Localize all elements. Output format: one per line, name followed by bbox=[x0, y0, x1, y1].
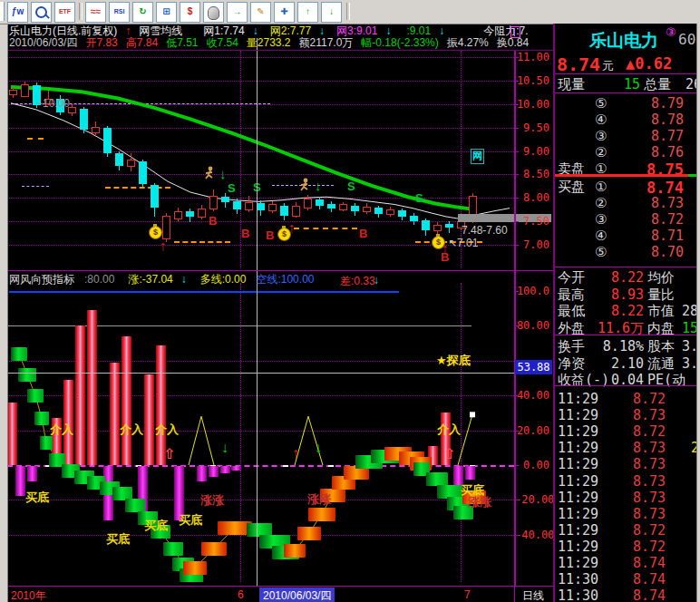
tick-row: 11:308.74 bbox=[555, 570, 698, 587]
ask-row[interactable]: ②8.76 bbox=[555, 143, 698, 160]
enter-icon[interactable]: → bbox=[227, 2, 248, 23]
header-segment: 振4.27% bbox=[447, 36, 489, 49]
sell-arrow-icon: ↓ bbox=[315, 178, 322, 193]
down-arrow-icon: ↓ bbox=[315, 440, 322, 456]
crosshair-horizontal[interactable] bbox=[7, 373, 514, 374]
indicator-bar-up bbox=[144, 374, 154, 465]
tick-price: 8.74 bbox=[609, 571, 666, 587]
tick-time: 11:29 bbox=[558, 539, 598, 555]
header-segment: ↓ bbox=[319, 24, 325, 37]
up-arrow-icon: ↑ bbox=[292, 445, 299, 461]
candle bbox=[92, 127, 100, 133]
crosshair-vertical[interactable] bbox=[257, 38, 258, 586]
tick-price: 8.73 bbox=[609, 456, 666, 472]
zoom-icon[interactable] bbox=[31, 2, 52, 23]
candle bbox=[363, 207, 371, 212]
tick-time: 11:29 bbox=[558, 407, 598, 423]
stat-row: 净资2.10流通3. bbox=[555, 354, 698, 371]
crosshair-value-box: 53.88 bbox=[515, 360, 552, 374]
ask-row[interactable]: ④8.78 bbox=[555, 111, 698, 127]
stair-segment bbox=[201, 542, 227, 556]
candle bbox=[316, 199, 324, 205]
candle bbox=[245, 202, 253, 209]
axis-tick bbox=[514, 465, 519, 466]
indicator-axis-label: 80.00 bbox=[515, 319, 549, 332]
grid-icon[interactable]: ⊞ bbox=[156, 2, 177, 23]
magnifier-shape bbox=[35, 6, 47, 18]
bid-row[interactable]: ⑤8.70 bbox=[555, 243, 698, 259]
price-axis-label: 9.50 bbox=[515, 121, 549, 134]
wave-icon[interactable]: ≈≈ bbox=[85, 2, 106, 23]
stat-value: 8.22 bbox=[589, 269, 644, 286]
indicator-bar-up bbox=[122, 336, 131, 465]
main-toolbar: ƒwETF≈≈RSI↻⊞$→✎✚↑↓ bbox=[0, 0, 700, 24]
pencil-icon[interactable]: ✎ bbox=[250, 2, 271, 23]
candle bbox=[174, 211, 182, 219]
price-axis-label: 10.50 bbox=[515, 74, 549, 87]
rsi-icon[interactable]: RSI bbox=[109, 2, 130, 23]
indicator-bar-down bbox=[231, 466, 241, 471]
stock-name[interactable]: 乐山电力 bbox=[589, 29, 658, 53]
bid-row[interactable]: ②8.73 bbox=[555, 194, 698, 210]
stat-label: 净资 bbox=[558, 355, 585, 373]
header-segment: 网3:9.01 bbox=[336, 24, 377, 37]
value-up: 涨:-37.04 bbox=[128, 273, 172, 286]
price-axis-label: 7.50 bbox=[515, 215, 549, 228]
formula-icon[interactable]: ƒw bbox=[7, 2, 28, 23]
buy-signal-label: B bbox=[209, 214, 217, 228]
price-axis-label: 10.00 bbox=[515, 98, 549, 111]
order-price: 8.70 bbox=[627, 244, 684, 260]
arrow-down-icon[interactable]: ↓ bbox=[321, 2, 342, 23]
period-label[interactable]: 日线 bbox=[522, 588, 544, 602]
arrow-up-icon[interactable]: ↑ bbox=[297, 2, 318, 23]
price-axis-label: 8.50 bbox=[515, 168, 549, 180]
stat-value: 8.22 bbox=[589, 303, 644, 319]
rising-label: 涨涨 bbox=[307, 491, 331, 508]
indicator-bar-down bbox=[209, 466, 219, 477]
entry-signal-label: 介入 bbox=[50, 422, 73, 438]
tick-row: 11:298.72 bbox=[555, 521, 698, 538]
stair-segment bbox=[11, 347, 27, 361]
toolbar-separator bbox=[79, 3, 83, 20]
stock-pool-icon[interactable] bbox=[510, 26, 520, 38]
stair-segment bbox=[34, 412, 49, 425]
candle bbox=[151, 185, 159, 208]
order-price: 8.77 bbox=[627, 128, 684, 144]
candle bbox=[186, 211, 194, 217]
bid1-row[interactable]: 买盘①8.74 bbox=[555, 178, 698, 194]
bid-row[interactable]: ③8.72 bbox=[555, 210, 698, 227]
dollar-icon[interactable]: $ bbox=[180, 2, 200, 23]
buy-arrow-icon: ↑ bbox=[442, 240, 449, 256]
stair-segment bbox=[297, 527, 321, 540]
axis-tick bbox=[514, 245, 519, 246]
refresh-icon[interactable]: ↻ bbox=[132, 2, 153, 23]
tick-time: 11:29 bbox=[558, 440, 598, 456]
left-panel-edge[interactable] bbox=[0, 24, 8, 602]
entry-signal-label: 介入 bbox=[155, 422, 179, 438]
ask-row[interactable]: ⑤8.79 bbox=[555, 94, 698, 111]
move-icon[interactable]: ✚ bbox=[274, 2, 295, 23]
indicator-bar-down bbox=[15, 466, 25, 496]
tick-time: 11:30 bbox=[558, 587, 598, 602]
axis-tick bbox=[514, 104, 519, 105]
etf-icon[interactable]: ETF bbox=[54, 2, 75, 23]
tick-row: 11:298.73 bbox=[555, 489, 698, 505]
header-segment: 网1:7.74 bbox=[203, 24, 244, 37]
stair-segment bbox=[40, 436, 53, 450]
bid-row[interactable]: ④8.71 bbox=[555, 227, 698, 243]
indicator-bar-down bbox=[27, 466, 37, 481]
price-axis-label: 7.00 bbox=[515, 238, 549, 251]
indicator-axis-label: 0.00 bbox=[515, 459, 549, 471]
ask-row[interactable]: ③8.77 bbox=[555, 127, 698, 143]
indicator-header-row: 网风向预指标:80.00涨:-37.04↓多线:0.00空线:100.00 bbox=[9, 274, 322, 286]
indicator-axis-label: -20.00 bbox=[515, 493, 549, 506]
selected-date-box[interactable]: 2010/06/03/四 bbox=[259, 587, 335, 602]
candle bbox=[9, 90, 17, 95]
order-level-number: ② bbox=[595, 144, 607, 160]
header-segment: 高7.84 bbox=[126, 36, 158, 49]
header-segment: 2010/06/03/四 bbox=[9, 36, 77, 49]
axis-year-label: 2010年 bbox=[11, 588, 46, 602]
runner-icon bbox=[301, 179, 307, 190]
rising-label: 涨涨 bbox=[200, 492, 224, 509]
mouse-icon[interactable] bbox=[203, 2, 224, 23]
